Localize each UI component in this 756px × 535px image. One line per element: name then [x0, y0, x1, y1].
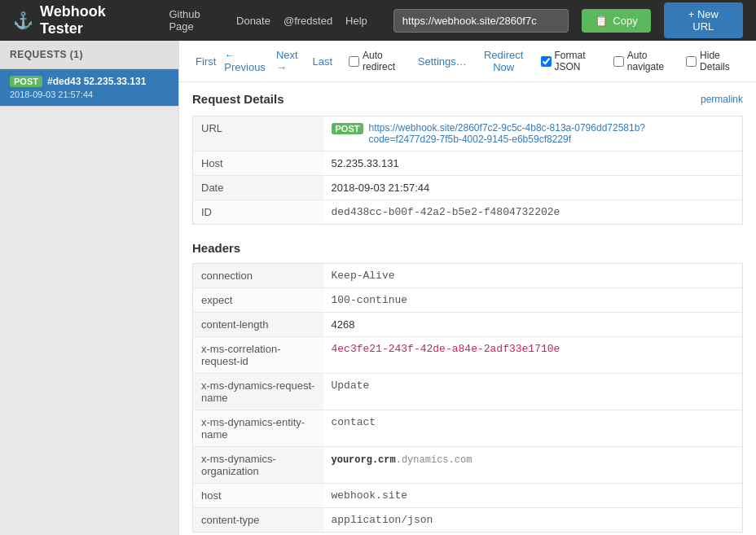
request-id: #ded43 52.235.33.131: [47, 76, 146, 87]
pagination-nav: First ← Previous Next → Last: [192, 47, 336, 75]
nav-donate[interactable]: Donate: [236, 15, 270, 27]
request-item[interactable]: POST #ded43 52.235.33.131 2018-09-03 21:…: [0, 69, 178, 107]
table-row: Host 52.235.33.131: [193, 151, 743, 176]
header-label: x-ms-dynamics-entity-name: [193, 410, 323, 447]
content-area: Request Details permalink URL POST https…: [179, 82, 756, 535]
main-content: First ← Previous Next → Last Auto redire…: [179, 41, 756, 535]
field-label: Date: [193, 176, 323, 200]
field-label: URL: [193, 116, 323, 151]
header-value-expect: 100-continue: [323, 288, 743, 313]
request-item-top: POST #ded43 52.235.33.131: [10, 76, 169, 87]
header-value-connection: Keep-Alive: [323, 264, 743, 288]
headers-title: Headers: [192, 241, 743, 255]
sidebar: REQUESTS (1) POST #ded43 52.235.33.131 2…: [0, 41, 179, 535]
nav-help[interactable]: Help: [345, 15, 367, 27]
request-details-header: Request Details permalink: [192, 92, 743, 106]
sidebar-title: REQUESTS (1): [0, 41, 178, 69]
hide-details-label[interactable]: Hide Details: [686, 50, 743, 72]
org-value: yourorg.crm.dynamics.com: [332, 454, 472, 466]
format-json-checkbox[interactable]: [541, 56, 552, 67]
copy-button[interactable]: 📋 Copy: [582, 9, 650, 33]
last-link[interactable]: Last: [309, 54, 336, 69]
redirect-now-button[interactable]: Redirect Now: [477, 49, 531, 73]
first-link[interactable]: First: [192, 54, 219, 69]
header-label: expect: [193, 288, 323, 313]
header-label: content-length: [193, 313, 323, 337]
table-row: expect 100-continue: [193, 288, 743, 313]
table-row: host webhook.site: [193, 484, 743, 508]
toolbar-controls: Auto redirect Settings… Redirect Now For…: [349, 49, 743, 73]
header-label: content-type: [193, 508, 323, 533]
table-row: x-ms-dynamics-organization yourorg.crm.d…: [193, 447, 743, 484]
field-label: Host: [193, 151, 323, 176]
toolbar: First ← Previous Next → Last Auto redire…: [179, 41, 756, 82]
header-label: x-ms-dynamics-request-name: [193, 374, 323, 410]
brand-link[interactable]: ⚓ Webhook Tester: [13, 3, 149, 37]
auto-navigate-checkbox[interactable]: [613, 56, 624, 67]
previous-link[interactable]: ← Previous: [221, 47, 271, 75]
header-value-entity-name: contact: [323, 410, 743, 447]
header: ⚓ Webhook Tester Github Page Donate @fre…: [0, 0, 756, 41]
auto-navigate-label[interactable]: Auto navigate: [613, 50, 676, 72]
format-json-label[interactable]: Format JSON: [541, 50, 604, 72]
field-value-url: POST https://webhook.site/2860f7c2-9c5c-…: [323, 116, 743, 151]
next-link[interactable]: Next →: [273, 47, 308, 75]
brand-name: Webhook Tester: [40, 3, 149, 37]
request-details-title: Request Details: [192, 92, 284, 106]
url-method-badge: POST: [332, 123, 364, 134]
table-row: x-ms-correlation-request-id 4ec3fe21-243…: [193, 337, 743, 374]
request-time: 2018-09-03 21:57:44: [10, 90, 169, 99]
header-value-request-name: Update: [323, 374, 743, 410]
auto-redirect-label[interactable]: Auto redirect: [349, 50, 408, 72]
header-label: x-ms-correlation-request-id: [193, 337, 323, 374]
method-badge: POST: [10, 76, 42, 87]
copy-icon: 📋: [595, 15, 608, 27]
field-value-id: ded438cc-b00f-42a2-b5e2-f4804732202e: [323, 200, 743, 225]
header-value-content-type: application/json: [323, 508, 743, 533]
table-row: content-length 4268: [193, 313, 743, 337]
nav-fredsted[interactable]: @fredsted: [284, 15, 332, 27]
headers-table: connection Keep-Alive expect 100-continu…: [192, 263, 743, 533]
anchor-icon: ⚓: [13, 11, 33, 30]
header-value-correlation-id: 4ec3fe21-243f-42de-a84e-2adf33e1710e: [323, 337, 743, 374]
header-label: x-ms-dynamics-organization: [193, 447, 323, 484]
hide-details-checkbox[interactable]: [686, 56, 697, 67]
table-row: URL POST https://webhook.site/2860f7c2-9…: [193, 116, 743, 151]
field-label: ID: [193, 200, 323, 225]
header-value-content-length: 4268: [323, 313, 743, 337]
header-label: host: [193, 484, 323, 508]
webhook-url-input[interactable]: [393, 9, 569, 33]
header-label: connection: [193, 264, 323, 288]
permalink-link[interactable]: permalink: [701, 94, 743, 105]
settings-button[interactable]: Settings…: [418, 55, 467, 68]
header-nav: Github Page Donate @fredsted Help: [169, 8, 367, 33]
new-url-button[interactable]: + New URL: [664, 2, 743, 38]
auto-redirect-checkbox[interactable]: [349, 56, 359, 67]
request-details-table: URL POST https://webhook.site/2860f7c2-9…: [192, 116, 743, 225]
table-row: content-type application/json: [193, 508, 743, 533]
url-value: https://webhook.site/2860f7c2-9c5c-4b8c-…: [368, 122, 645, 145]
field-value-date: 2018-09-03 21:57:44: [323, 176, 743, 200]
header-value-organization: yourorg.crm.dynamics.com: [323, 447, 743, 484]
table-row: x-ms-dynamics-request-name Update: [193, 374, 743, 410]
table-row: x-ms-dynamics-entity-name contact: [193, 410, 743, 447]
layout: REQUESTS (1) POST #ded43 52.235.33.131 2…: [0, 41, 756, 535]
header-value-host: webhook.site: [323, 484, 743, 508]
field-value-host: 52.235.33.131: [323, 151, 743, 176]
table-row: connection Keep-Alive: [193, 264, 743, 288]
table-row: ID ded438cc-b00f-42a2-b5e2-f4804732202e: [193, 200, 743, 225]
nav-github[interactable]: Github Page: [169, 8, 223, 33]
url-cell: POST https://webhook.site/2860f7c2-9c5c-…: [332, 122, 735, 145]
table-row: Date 2018-09-03 21:57:44: [193, 176, 743, 200]
